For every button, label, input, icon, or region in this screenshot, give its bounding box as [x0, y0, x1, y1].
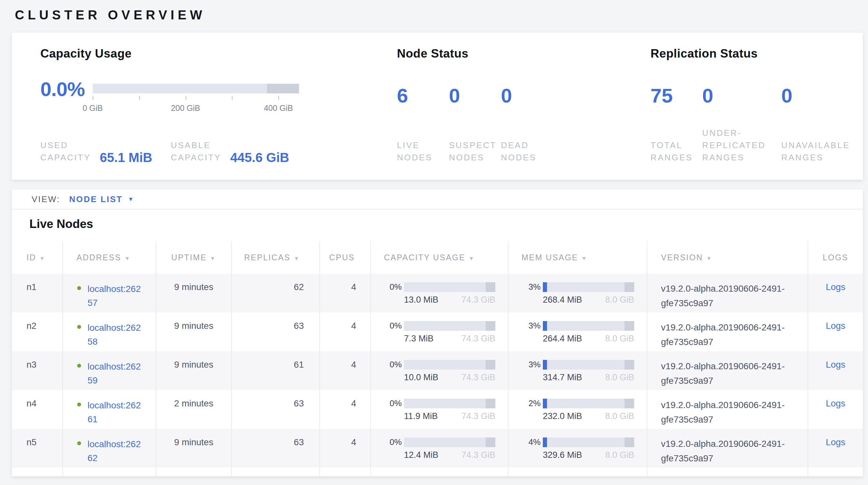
suspect-nodes-label: SUSPECT NODES [449, 139, 501, 164]
under-replicated-ranges-label: UNDER- REPLICATED RANGES [702, 127, 781, 164]
node-cpus: 4 [320, 312, 371, 351]
live-nodes-title: Live Nodes [12, 209, 863, 241]
capacity-usage-bar [404, 360, 495, 370]
live-status-dot-icon [77, 325, 81, 329]
node-status-title: Node Status [397, 47, 650, 60]
capacity-gauge: 0 GiB 200 GiB 400 GiB [93, 84, 299, 114]
capacity-usage-bar [404, 282, 495, 292]
axis-tick [139, 96, 140, 100]
node-capacity-usage: 0% 13.0 MiB74.3 GiB [371, 274, 508, 312]
node-status-section: Node Status 6 0 0 LIVE NODES SUSPECT NOD… [397, 47, 650, 164]
page-title: CLUSTER OVERVIEW [15, 8, 868, 22]
column-header-replicas[interactable]: REPLICAS▼ [231, 241, 320, 274]
node-uptime: 9 minutes [156, 351, 231, 390]
view-bar: VIEW: NODE LIST ▼ [12, 190, 863, 209]
node-replicas: 61 [231, 351, 320, 390]
node-capacity-usage: 0% 10.0 MiB74.3 GiB [371, 351, 508, 390]
live-nodes-table: ID▼ ADDRESS▼ UPTIME▼ REPLICAS▼ CPUS CAPA… [12, 241, 863, 476]
logs-link[interactable]: Logs [826, 321, 845, 331]
node-address: localhost:26259 [77, 360, 153, 387]
node-cpus: 4 [320, 351, 371, 390]
logs-link[interactable]: Logs [826, 282, 845, 292]
sort-caret-icon: ▼ [706, 255, 712, 262]
node-address: localhost:26262 [77, 437, 153, 465]
column-header-capacity-usage[interactable]: CAPACITY USAGE▼ [371, 241, 508, 274]
capacity-usage-title: Capacity Usage [40, 47, 397, 60]
node-capacity-usage: 0% 12.4 MiB74.3 GiB [371, 429, 508, 467]
view-label: VIEW: [32, 194, 60, 204]
mem-usage-bar [543, 282, 634, 292]
sort-caret-icon: ▼ [39, 255, 45, 262]
node-address-link[interactable]: localhost:26259 [88, 360, 153, 387]
node-version: v19.2.0-alpha.20190606-2491-gfe735c9a97 [647, 274, 808, 312]
node-capacity-usage: 0% 7.3 MiB74.3 GiB [371, 312, 508, 351]
node-address-link[interactable]: localhost:26258 [88, 321, 153, 348]
node-cpus: 4 [320, 274, 371, 312]
live-nodes-count: 6 [397, 85, 449, 106]
sort-caret-icon: ▼ [210, 255, 216, 262]
view-selector[interactable]: NODE LIST [69, 194, 123, 204]
suspect-nodes-count: 0 [449, 85, 501, 106]
column-header-mem-usage[interactable]: MEM USAGE▼ [508, 241, 647, 274]
column-header-version[interactable]: VERSION▼ [647, 241, 808, 274]
axis-tick-label: 400 GiB [264, 104, 293, 113]
sort-caret-icon: ▼ [581, 255, 587, 262]
node-address: localhost:26257 [77, 282, 153, 310]
under-replicated-ranges-count: 0 [702, 85, 781, 106]
table-row: n5 localhost:26262 9 minutes 63 4 0% 12.… [12, 429, 863, 467]
table-row: n4 localhost:26261 2 minutes 63 4 0% 11.… [12, 390, 863, 429]
node-address-link[interactable]: localhost:26257 [88, 282, 153, 310]
axis-tick-label: 200 GiB [171, 104, 200, 113]
used-capacity-value: 65.1 MiB [100, 151, 152, 164]
node-capacity-usage: 0% 11.9 MiB74.3 GiB [371, 390, 508, 429]
chevron-down-icon[interactable]: ▼ [128, 196, 134, 203]
node-id: n1 [12, 274, 63, 312]
axis-tick [232, 96, 232, 100]
column-header-uptime[interactable]: UPTIME▼ [156, 241, 231, 274]
node-replicas: 63 [231, 429, 320, 467]
table-row: n2 localhost:26258 9 minutes 63 4 0% 7.3… [12, 312, 863, 351]
table-row-partial [12, 467, 863, 476]
live-status-dot-icon [77, 441, 81, 445]
node-version: v19.2.0-alpha.20190606-2491-gfe735c9a97 [647, 390, 808, 429]
column-header-id[interactable]: ID▼ [12, 241, 63, 274]
capacity-bar [93, 84, 299, 93]
node-mem-usage: 3% 264.4 MiB8.0 GiB [508, 312, 647, 351]
mem-usage-bar [543, 437, 634, 447]
live-status-dot-icon [77, 286, 81, 290]
node-replicas: 63 [231, 312, 320, 351]
replication-status-section: Replication Status 75 0 0 TOTAL RANGES U… [651, 47, 850, 164]
capacity-axis: 0 GiB 200 GiB 400 GiB [93, 96, 299, 114]
live-status-dot-icon [77, 364, 81, 368]
node-address: localhost:26258 [77, 321, 153, 348]
used-capacity-label: USED CAPACITY [40, 139, 91, 164]
logs-link[interactable]: Logs [826, 437, 845, 447]
node-uptime: 9 minutes [156, 312, 231, 351]
node-uptime: 9 minutes [156, 429, 231, 467]
usable-capacity-label: USABLE CAPACITY [171, 139, 221, 164]
node-id: n5 [12, 429, 63, 467]
column-header-address[interactable]: ADDRESS▼ [63, 241, 156, 274]
sort-caret-icon: ▼ [469, 255, 475, 262]
unavailable-ranges-label: UNAVAILABLE RANGES [781, 139, 850, 164]
logs-link[interactable]: Logs [826, 398, 845, 408]
capacity-usage-bar [404, 399, 495, 408]
column-header-logs: LOGS [808, 241, 863, 274]
node-mem-usage: 3% 268.4 MiB8.0 GiB [508, 274, 647, 312]
usable-capacity-stat: USABLE CAPACITY 445.6 GiB [171, 139, 289, 164]
node-id: n2 [12, 312, 63, 351]
mem-usage-bar [543, 321, 634, 331]
node-list-card: VIEW: NODE LIST ▼ Live Nodes ID▼ ADDRESS… [12, 190, 863, 476]
node-address-link[interactable]: localhost:26262 [88, 437, 153, 465]
logs-link[interactable]: Logs [826, 360, 845, 370]
node-id: n3 [12, 351, 63, 390]
dead-nodes-count: 0 [501, 85, 512, 106]
capacity-percent: 0.0% [40, 79, 93, 99]
dead-nodes-label: DEAD NODES [501, 139, 536, 164]
node-address-link[interactable]: localhost:26261 [88, 398, 153, 426]
total-ranges-label: TOTAL RANGES [651, 139, 702, 164]
node-replicas: 63 [231, 390, 320, 429]
live-status-dot-icon [77, 403, 81, 406]
sort-caret-icon: ▼ [124, 255, 130, 262]
node-version: v19.2.0-alpha.20190606-2491-gfe735c9a97 [647, 429, 808, 467]
